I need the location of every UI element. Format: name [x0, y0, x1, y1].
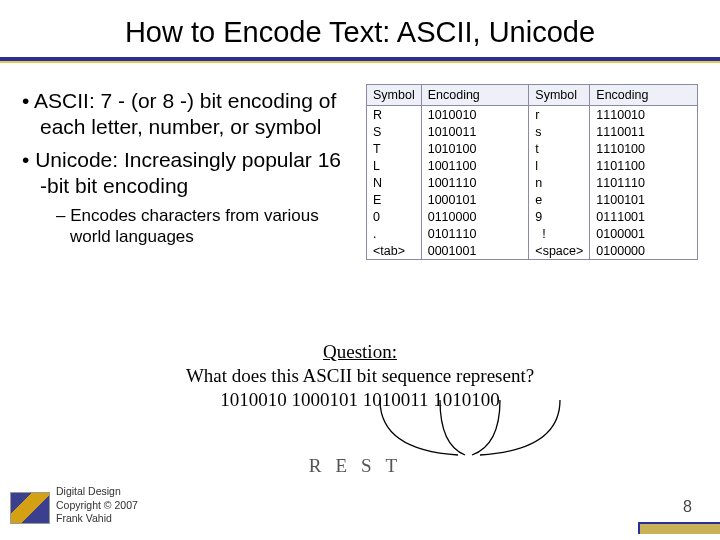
cell: s — [529, 123, 590, 140]
th-symbol-2: Symbol — [529, 85, 590, 106]
title-underline-yellow — [0, 61, 720, 63]
cell: L — [367, 157, 422, 174]
footer-line-2: Copyright © 2007 — [56, 499, 138, 511]
cell: 1101100 — [590, 157, 698, 174]
table-header-row: Symbol Encoding Symbol Encoding — [367, 85, 698, 106]
table-row: <tab>0001001<space>0100000 — [367, 242, 698, 260]
table-row: N1001110n1101110 — [367, 174, 698, 191]
table-row: S1010011s1110011 — [367, 123, 698, 140]
cell: N — [367, 174, 422, 191]
question-label: Question: — [323, 341, 397, 362]
table-row: L1001100l1101100 — [367, 157, 698, 174]
footer-credit: Digital Design Copyright © 2007 Frank Va… — [56, 485, 138, 526]
arrow-curves-icon — [370, 400, 570, 460]
th-symbol-1: Symbol — [367, 85, 422, 106]
cell: 0110000 — [421, 208, 529, 225]
cell: n — [529, 174, 590, 191]
cell: t — [529, 140, 590, 157]
cell: 9 — [529, 208, 590, 225]
cell: e — [529, 191, 590, 208]
table-row: T1010100t1110100 — [367, 140, 698, 157]
ascii-table: Symbol Encoding Symbol Encoding R1010010… — [366, 84, 698, 260]
bullet-unicode: Unicode: Increasingly popular 16 -bit bi… — [22, 147, 352, 200]
cell: . — [367, 225, 422, 242]
cell: 0001001 — [421, 242, 529, 260]
table-row: E1000101e1100101 — [367, 191, 698, 208]
cell: 1010011 — [421, 123, 529, 140]
cell: <space> — [529, 242, 590, 260]
slide-title: How to Encode Text: ASCII, Unicode — [0, 16, 720, 49]
cell: 1010100 — [421, 140, 529, 157]
cell: ! — [529, 225, 590, 242]
cell: R — [367, 106, 422, 124]
cell: 1101110 — [590, 174, 698, 191]
table-row: .0101110 !0100001 — [367, 225, 698, 242]
cell: 0100000 — [590, 242, 698, 260]
cell: 1001100 — [421, 157, 529, 174]
cell: 1110100 — [590, 140, 698, 157]
footer-logo-icon — [10, 492, 50, 524]
cell: 0111001 — [590, 208, 698, 225]
subbullet-encodes: Encodes characters from various world la… — [22, 205, 352, 248]
cell: 1110010 — [590, 106, 698, 124]
cell: E — [367, 191, 422, 208]
bullet-ascii: ASCII: 7 - (or 8 -) bit encoding of each… — [22, 88, 352, 141]
cell: 1110011 — [590, 123, 698, 140]
cell: 1010010 — [421, 106, 529, 124]
footer-line-3: Frank Vahid — [56, 512, 112, 524]
bullet-list: ASCII: 7 - (or 8 -) bit encoding of each… — [22, 88, 352, 248]
cell: l — [529, 157, 590, 174]
table-row: R1010010r1110010 — [367, 106, 698, 124]
th-encoding-2: Encoding — [590, 85, 698, 106]
cell: <tab> — [367, 242, 422, 260]
cell: r — [529, 106, 590, 124]
question-block: Question: What does this ASCII bit seque… — [0, 340, 720, 411]
table-row: 0011000090111001 — [367, 208, 698, 225]
cell: S — [367, 123, 422, 140]
page-number: 8 — [683, 498, 692, 516]
corner-decoration — [638, 522, 720, 534]
question-text: What does this ASCII bit sequence repres… — [186, 365, 534, 386]
th-encoding-1: Encoding — [421, 85, 529, 106]
footer-line-1: Digital Design — [56, 485, 121, 497]
cell: 1100101 — [590, 191, 698, 208]
slide: How to Encode Text: ASCII, Unicode ASCII… — [0, 0, 720, 540]
cell: T — [367, 140, 422, 157]
answer-text: REST — [0, 455, 720, 477]
cell: 0100001 — [590, 225, 698, 242]
cell: 1000101 — [421, 191, 529, 208]
cell: 1001110 — [421, 174, 529, 191]
cell: 0 — [367, 208, 422, 225]
cell: 0101110 — [421, 225, 529, 242]
